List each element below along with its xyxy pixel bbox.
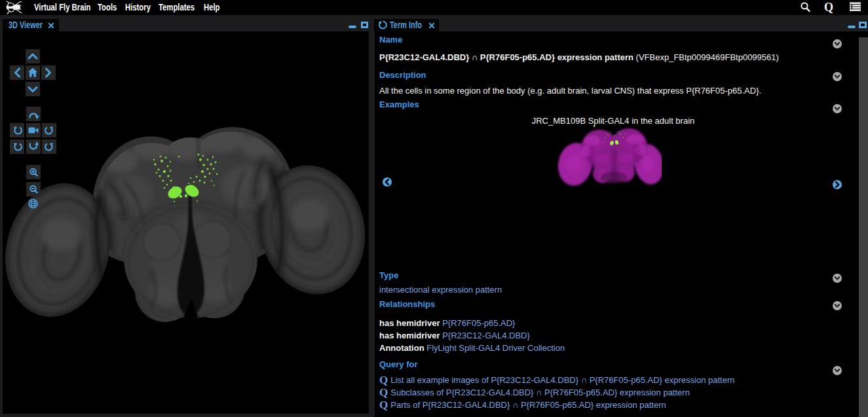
svg-text:Q: Q <box>824 1 833 14</box>
